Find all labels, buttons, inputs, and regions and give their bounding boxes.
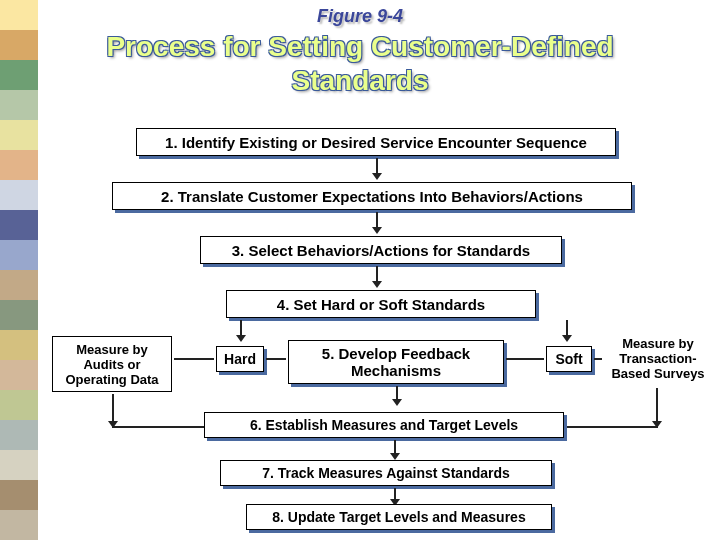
box-measure-audits: Measure by Audits or Operating Data xyxy=(52,336,172,392)
box-step7: 7. Track Measures Against Standards xyxy=(220,460,552,486)
sidebar-stripes xyxy=(0,0,38,540)
box-soft: Soft xyxy=(546,346,592,372)
box-step5: 5. Develop Feedback Mechanisms xyxy=(288,340,504,384)
box-step2: 2. Translate Customer Expectations Into … xyxy=(112,182,632,210)
box-step6: 6. Establish Measures and Target Levels xyxy=(204,412,564,438)
box-step8: 8. Update Target Levels and Measures xyxy=(246,504,552,530)
arrow-2-3 xyxy=(376,212,378,228)
conn-soft-step5 xyxy=(506,358,544,360)
diagram-title: Process for Setting Customer-Defined Sta… xyxy=(50,30,670,97)
arrow-measure-right-down xyxy=(656,388,658,422)
figure-label: Figure 9-4 xyxy=(317,6,403,27)
box-step1: 1. Identify Existing or Desired Service … xyxy=(136,128,616,156)
arrow-5-6 xyxy=(396,386,398,400)
box-measure-surveys: Measure by Transaction-Based Surveys xyxy=(600,330,716,386)
arrow-7-8 xyxy=(394,488,396,500)
arrow-3-4 xyxy=(376,266,378,282)
arrow-4-hard xyxy=(240,320,242,336)
arrow-4-soft xyxy=(566,320,568,336)
conn-hard-step5 xyxy=(266,358,286,360)
conn-measure-right xyxy=(594,358,602,360)
conn-measure-left xyxy=(174,358,214,360)
box-step3: 3. Select Behaviors/Actions for Standard… xyxy=(200,236,562,264)
arrow-measure-left-down xyxy=(112,394,114,422)
arrow-1-2 xyxy=(376,158,378,174)
box-hard: Hard xyxy=(216,346,264,372)
arrow-6-7 xyxy=(394,440,396,454)
box-step4: 4. Set Hard or Soft Standards xyxy=(226,290,536,318)
